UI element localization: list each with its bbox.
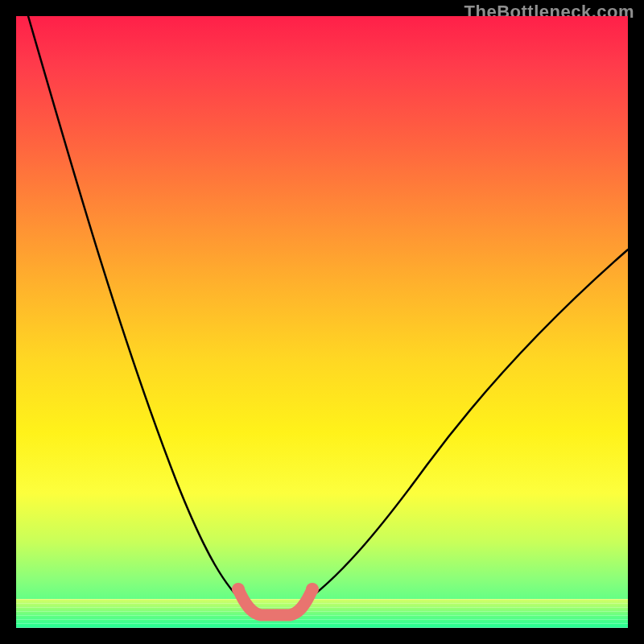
plot-area bbox=[16, 16, 628, 628]
highlight-cap-right bbox=[306, 583, 319, 596]
bottom-highlight bbox=[238, 589, 312, 615]
chart-frame: TheBottleneck.com bbox=[0, 0, 644, 644]
left-curve bbox=[28, 16, 248, 607]
highlight-cap-left bbox=[232, 583, 245, 596]
right-curve bbox=[298, 250, 628, 607]
curves-svg bbox=[16, 16, 628, 628]
